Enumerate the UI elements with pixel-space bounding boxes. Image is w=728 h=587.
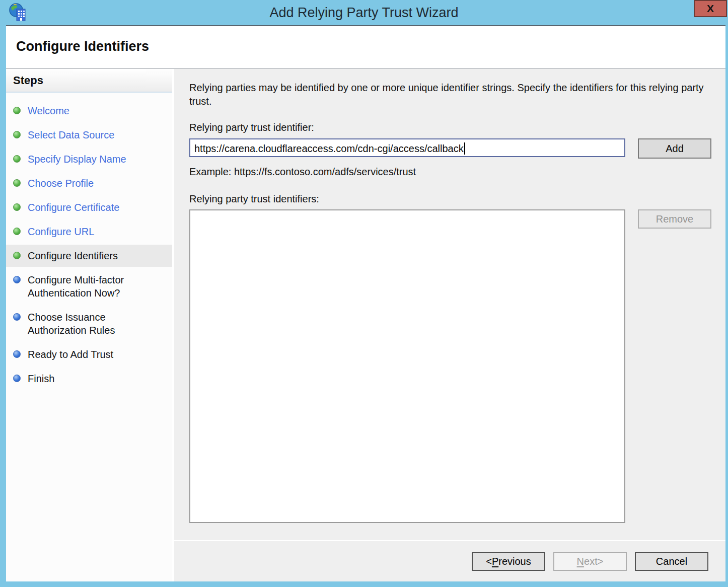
upcoming-step-dot-icon xyxy=(13,350,21,358)
sidebar-step-welcome[interactable]: Welcome xyxy=(6,100,172,122)
step-label: Choose Profile xyxy=(28,177,94,190)
page-description: Relying parties may be identified by one… xyxy=(189,81,711,108)
sidebar-step-finish: Finish xyxy=(6,368,172,390)
next-label-accel: N xyxy=(577,556,584,567)
sidebar-step-configure-mfa: Configure Multi-factor Authentication No… xyxy=(6,269,172,304)
steps-sidebar: Steps Welcome Select Data Source Specify… xyxy=(6,69,172,581)
steps-list: Welcome Select Data Source Specify Displ… xyxy=(6,100,172,392)
sidebar-step-specify-display-name[interactable]: Specify Display Name xyxy=(6,148,172,170)
example-text: Example: https://fs.contoso.com/adfs/ser… xyxy=(189,166,711,178)
completed-step-dot-icon xyxy=(13,155,21,163)
upcoming-step-dot-icon xyxy=(13,313,21,321)
sidebar-step-choose-profile[interactable]: Choose Profile xyxy=(6,172,172,194)
upcoming-step-dot-icon xyxy=(13,276,21,283)
main-panel: Relying parties may be identified by one… xyxy=(174,69,725,581)
content-row: Steps Welcome Select Data Source Specify… xyxy=(6,68,725,581)
wizard-window: Add Relying Party Trust Wizard X Configu… xyxy=(0,0,728,587)
identifier-input-value: https://carena.cloudflareaccess.com/cdn-… xyxy=(194,143,464,155)
next-label-rest: ext xyxy=(584,556,598,567)
step-label: Finish xyxy=(28,372,54,385)
sidebar-step-ready-to-add-trust: Ready to Add Trust xyxy=(6,343,172,365)
wizard-footer: < Previous Next > Cancel xyxy=(174,540,725,581)
steps-heading: Steps xyxy=(6,69,172,93)
step-label: Configure Certificate xyxy=(28,201,119,214)
step-label: Select Data Source xyxy=(28,128,114,141)
identifiers-list-label: Relying party trust identifiers: xyxy=(189,193,711,205)
relying-party-identifier-input[interactable]: https://carena.cloudflareaccess.com/cdn-… xyxy=(189,138,625,157)
previous-label-rest: revious xyxy=(498,556,531,567)
cancel-button[interactable]: Cancel xyxy=(635,552,708,571)
close-icon: X xyxy=(707,3,714,15)
step-label: Configure URL xyxy=(28,225,94,238)
window-title: Add Relying Party Trust Wizard xyxy=(0,0,728,25)
step-label: Choose Issuance Authorization Rules xyxy=(28,311,149,337)
identifier-input-row: https://carena.cloudflareaccess.com/cdn-… xyxy=(189,138,711,159)
completed-step-dot-icon xyxy=(13,228,21,235)
remove-button[interactable]: Remove xyxy=(638,209,711,229)
identifiers-list-row: Remove xyxy=(189,209,711,540)
close-button[interactable]: X xyxy=(694,0,727,17)
wizard-client-area: Configure Identifiers Steps Welcome Sele… xyxy=(6,25,725,581)
previous-button[interactable]: < Previous xyxy=(472,552,545,571)
sidebar-step-choose-issuance-rules: Choose Issuance Authorization Rules xyxy=(6,306,172,341)
text-cursor xyxy=(464,142,465,155)
previous-label-prefix: < xyxy=(486,556,492,567)
page-title: Configure Identifiers xyxy=(6,26,725,68)
completed-step-dot-icon xyxy=(13,179,21,187)
step-label: Configure Multi-factor Authentication No… xyxy=(28,273,149,300)
step-label: Configure Identifiers xyxy=(28,249,118,262)
add-button[interactable]: Add xyxy=(638,138,711,159)
next-label-suffix: > xyxy=(598,556,604,567)
step-label: Welcome xyxy=(28,104,69,117)
title-bar: Add Relying Party Trust Wizard X xyxy=(0,0,728,25)
previous-label-accel: P xyxy=(492,556,498,567)
completed-step-dot-icon xyxy=(13,203,21,211)
next-button[interactable]: Next > xyxy=(553,552,627,571)
step-label: Specify Display Name xyxy=(28,153,126,166)
sidebar-step-configure-certificate[interactable]: Configure Certificate xyxy=(6,196,172,218)
step-label: Ready to Add Trust xyxy=(28,348,113,361)
identifiers-listbox[interactable] xyxy=(189,209,625,523)
upcoming-step-dot-icon xyxy=(13,375,21,382)
completed-step-dot-icon xyxy=(13,131,21,138)
current-step-dot-icon xyxy=(13,252,21,259)
identifier-field-label: Relying party trust identifier: xyxy=(189,122,711,133)
sidebar-step-configure-identifiers[interactable]: Configure Identifiers xyxy=(6,245,172,267)
completed-step-dot-icon xyxy=(13,107,21,114)
sidebar-step-select-data-source[interactable]: Select Data Source xyxy=(6,124,172,146)
sidebar-step-configure-url[interactable]: Configure URL xyxy=(6,221,172,243)
main-content: Relying parties may be identified by one… xyxy=(174,69,725,540)
